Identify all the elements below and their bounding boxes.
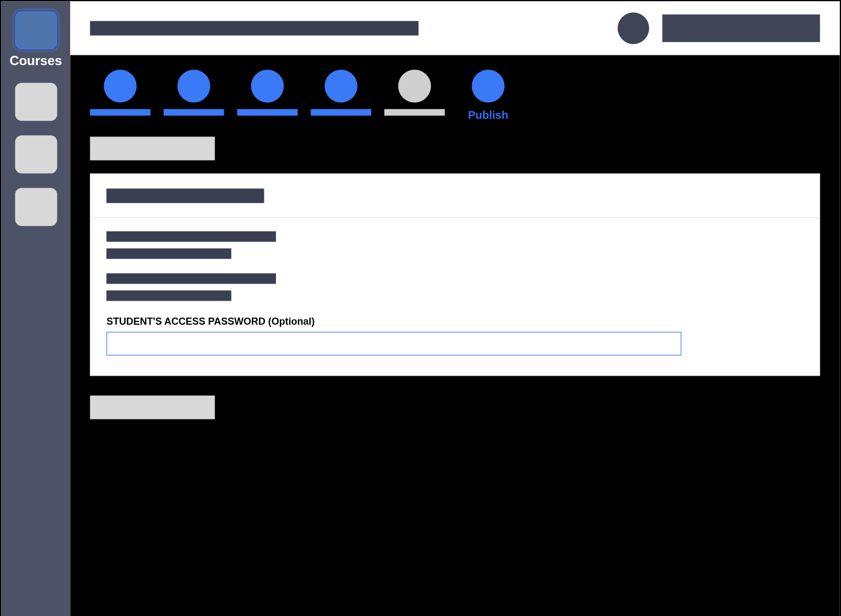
section-title (90, 137, 215, 160)
password-field-label: STUDENT'S ACCESS PASSWORD (Optional) (106, 315, 803, 326)
sidebar-item-3[interactable] (15, 135, 57, 174)
step-circle-icon (177, 70, 210, 102)
text-line (106, 249, 231, 259)
placeholder-icon (15, 188, 57, 226)
text-block-1 (106, 231, 803, 258)
sidebar-item-courses[interactable]: Courses (9, 11, 62, 68)
step-circle-icon (398, 70, 431, 102)
step-label-bar (90, 109, 150, 116)
step-label-bar (237, 109, 297, 116)
text-line (106, 290, 231, 301)
sidebar-item-4[interactable] (15, 188, 57, 226)
step-circle-icon (472, 70, 505, 102)
text-block-2 (106, 273, 803, 301)
step-label: Publish (468, 109, 509, 122)
step-circle-icon (104, 70, 137, 102)
step-4[interactable] (311, 70, 371, 122)
avatar[interactable] (618, 12, 649, 44)
panel-heading (106, 188, 264, 203)
step-label-bar (311, 109, 371, 116)
sidebar-item-label: Courses (9, 53, 62, 68)
panel-header (91, 174, 820, 218)
step-5-current[interactable] (384, 70, 445, 122)
topbar (70, 1, 839, 55)
step-circle-icon (251, 70, 284, 102)
placeholder-icon (15, 83, 57, 121)
primary-action-button[interactable] (90, 395, 215, 419)
step-1[interactable] (90, 70, 150, 122)
courses-icon (15, 11, 57, 49)
page-title (90, 21, 418, 35)
student-access-password-input[interactable] (106, 332, 681, 355)
app-frame: Courses (0, 0, 841, 616)
placeholder-icon (15, 135, 57, 174)
text-line (106, 231, 276, 241)
step-label-bar (384, 109, 445, 116)
step-label-bar (164, 109, 224, 116)
sidebar: Courses (1, 1, 70, 616)
step-2[interactable] (164, 70, 224, 122)
text-line (106, 273, 276, 284)
settings-panel: STUDENT'S ACCESS PASSWORD (Optional) (90, 174, 820, 376)
main-area: Publish STUDENT'S ACCESS (70, 1, 839, 616)
content: Publish STUDENT'S ACCESS (70, 55, 839, 616)
step-3[interactable] (237, 70, 297, 122)
user-block[interactable] (663, 14, 820, 42)
sidebar-item-2[interactable] (15, 83, 57, 121)
stepper: Publish (90, 70, 820, 122)
step-publish[interactable]: Publish (458, 70, 518, 122)
panel-body: STUDENT'S ACCESS PASSWORD (Optional) (91, 218, 820, 375)
step-circle-icon (325, 70, 358, 102)
